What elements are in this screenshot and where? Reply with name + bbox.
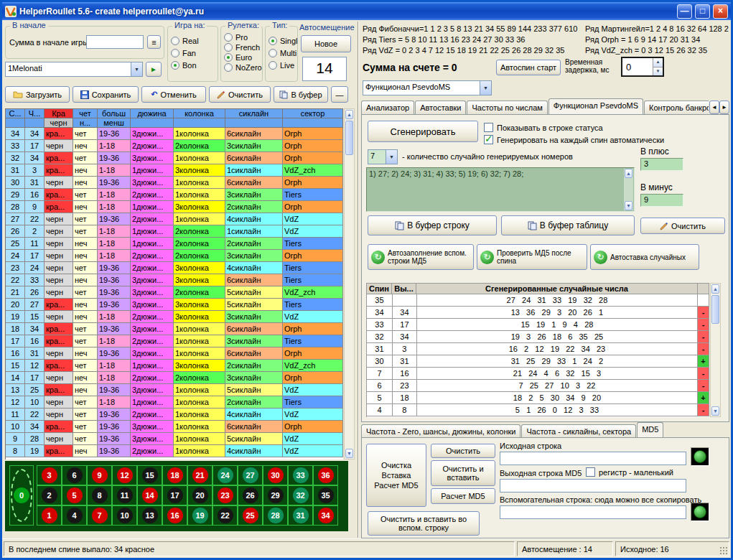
roulette-number-31[interactable]: 31: [288, 505, 313, 526]
roulette-number-25[interactable]: 25: [238, 505, 263, 526]
roulette-number-9[interactable]: 9: [87, 465, 112, 485]
roulette-number-2[interactable]: 2: [37, 485, 62, 505]
output-string-input[interactable]: [500, 479, 686, 493]
roulette-number-36[interactable]: 36: [313, 465, 338, 485]
history-row[interactable]: 313кра...неч1-181дюжи...3колонка1сиклайн…: [6, 164, 343, 177]
spin-row[interactable]: 3527 24 31 33 19 32 28: [367, 294, 709, 307]
spin-row[interactable]: 71621 24 4 6 32 15 3-: [367, 368, 709, 380]
roulette-number-20[interactable]: 20: [187, 485, 213, 505]
count-combobox[interactable]: 7 ▼: [368, 149, 398, 164]
play-button[interactable]: ►: [146, 62, 162, 77]
scroll-down-icon[interactable]: ▼: [345, 449, 353, 458]
history-row[interactable]: 2233черннеч19-363дюжи...3колонка6сиклайн…: [6, 274, 343, 286]
md5-big-button[interactable]: Очистка Вставка Расчет MD5: [366, 444, 426, 507]
md5-source-action-button[interactable]: [691, 447, 709, 466]
history-row[interactable]: 1325кра...неч19-363дюжи...1колонка5сикла…: [6, 384, 343, 396]
history-row[interactable]: 3234кра...чет19-363дюжи...1колонка6сикла…: [6, 152, 343, 164]
checkbox-show-status[interactable]: Показывать в строке статуса: [484, 123, 603, 132]
history-row[interactable]: 1122чернчет19-362дюжи...1колонка4сиклайн…: [6, 409, 343, 421]
roulette-number-17[interactable]: 17: [162, 485, 187, 505]
generate-button[interactable]: Сгенерировать: [368, 121, 478, 142]
history-row[interactable]: 819кра...неч19-362дюжи...1колонка4сиклай…: [6, 445, 343, 457]
generated-numbers-area[interactable]: 1) 27; 2) 24; 3) 31; 4) 33; 5) 19; 6) 32…: [366, 167, 635, 212]
spin-row[interactable]: 303131 25 29 33 1 24 2+: [367, 355, 709, 368]
radio-nozero[interactable]: NoZero: [224, 63, 259, 72]
md5-clear-button[interactable]: Очистить: [431, 444, 495, 458]
history-row[interactable]: 1034кра...чет19-363дюжи...1колонка6сикла…: [6, 421, 343, 433]
scroll-down-icon[interactable]: ▼: [625, 201, 632, 210]
start-sum-input[interactable]: [86, 35, 144, 49]
clear-button[interactable]: Очистить: [209, 86, 271, 103]
save-button[interactable]: Сохранить: [73, 86, 139, 103]
roulette-number-28[interactable]: 28: [263, 505, 288, 526]
spinner-up-icon[interactable]: ▲: [653, 58, 663, 67]
roulette-number-19[interactable]: 19: [187, 505, 213, 526]
md5-bottom-button[interactable]: Очистить и вставить во вспом. строку: [368, 511, 480, 536]
history-row[interactable]: 3317черннеч1-182дюжи...2колонка3сиклайнO…: [6, 140, 343, 152]
autofill-md5-button[interactable]: ↻ Автозаполнение вспом. строки МД5: [368, 244, 474, 270]
tab-md5[interactable]: MD5: [637, 422, 663, 438]
history-row[interactable]: 2324чернчет19-362дюжи...3колонка4сиклайн…: [6, 262, 343, 274]
history-row[interactable]: 1834кра...чет19-363дюжи...1колонка6сикла…: [6, 323, 343, 335]
scroll-up-icon[interactable]: ▲: [345, 110, 353, 119]
roulette-number-16[interactable]: 16: [162, 505, 187, 526]
radio-french[interactable]: French: [224, 43, 259, 52]
tab-scroll-left-button[interactable]: ◄: [709, 101, 719, 114]
history-row[interactable]: 1631черннеч19-363дюжи...1колонка6сиклайн…: [6, 347, 343, 360]
roulette-number-34[interactable]: 34: [313, 505, 338, 526]
roulette-number-3[interactable]: 3: [37, 465, 62, 485]
radio-live[interactable]: Live: [269, 61, 294, 70]
history-row[interactable]: 2126чернчет19-363дюжи...2колонка5сиклайн…: [6, 286, 343, 299]
system-combobox[interactable]: 1Melonati ▼: [5, 62, 143, 77]
history-row[interactable]: 2722чернчет19-362дюжи...1колонка4сиклайн…: [6, 213, 343, 225]
copy-table-button[interactable]: В буфер таблицу: [501, 215, 635, 235]
autobet-random-button[interactable]: ↻ Автоставка случайных: [590, 244, 699, 270]
radio-fan[interactable]: Fan: [171, 49, 215, 57]
load-button[interactable]: Загрузить: [5, 86, 70, 103]
roulette-zero[interactable]: 0: [9, 465, 34, 526]
menu-small-button[interactable]: ≡: [147, 35, 161, 49]
spin-row[interactable]: 31316 2 12 19 22 34 23-: [367, 343, 709, 355]
tab-pseudoms[interactable]: Функционал PsevdoMS: [548, 98, 643, 114]
tab-freq-sixline[interactable]: Частота - сиклайны, сектора: [521, 424, 636, 438]
spin-row[interactable]: 323419 3 26 18 6 35 25-: [367, 331, 709, 343]
history-scrollbar[interactable]: ▲ ▼: [344, 108, 355, 459]
radio-singl[interactable]: Singl: [269, 37, 294, 45]
roulette-number-21[interactable]: 21: [187, 465, 213, 485]
md5-helper-action-button[interactable]: [691, 503, 709, 521]
roulette-number-11[interactable]: 11: [112, 485, 137, 505]
spin-row[interactable]: 51818 2 5 30 34 9 20+: [367, 392, 709, 404]
radio-real[interactable]: Real: [171, 37, 215, 45]
md5-clear-paste-button[interactable]: Очистить и вставить: [431, 460, 495, 486]
close-button[interactable]: ×: [713, 4, 728, 19]
roulette-number-12[interactable]: 12: [112, 465, 137, 485]
roulette-number-32[interactable]: 32: [288, 485, 313, 505]
chevron-down-icon[interactable]: ▼: [131, 62, 142, 76]
md5-calc-button[interactable]: Расчет MD5: [431, 488, 495, 504]
roulette-number-26[interactable]: 26: [238, 485, 263, 505]
scroll-thumb[interactable]: [345, 121, 353, 155]
roulette-number-22[interactable]: 22: [213, 505, 238, 526]
check-md5-button[interactable]: ↻ Проверить МД5 после спина: [477, 244, 587, 270]
history-row[interactable]: 1210чернчет1-181дюжи...1колонка2сиклайнT…: [6, 396, 343, 409]
history-row[interactable]: 1417черннеч1-182дюжи...2колонка3сиклайнO…: [6, 372, 343, 384]
roulette-number-29[interactable]: 29: [263, 485, 288, 505]
history-row[interactable]: 2511черннеч1-181дюжи...2колонка2сиклайнT…: [6, 238, 343, 250]
scroll-up-icon[interactable]: ▲: [711, 284, 719, 294]
delay-spinner[interactable]: 0 ▲ ▼: [621, 57, 664, 77]
history-row[interactable]: 3434кра...чет19-363дюжи...1колонка6сикла…: [6, 128, 343, 140]
roulette-number-7[interactable]: 7: [87, 505, 112, 526]
roulette-number-30[interactable]: 30: [263, 465, 288, 485]
roulette-number-27[interactable]: 27: [238, 465, 263, 485]
history-row[interactable]: 1915черннеч1-182дюжи...3колонка3сиклайнV…: [6, 311, 343, 323]
roulette-number-8[interactable]: 8: [87, 485, 112, 505]
radio-pro[interactable]: Pro: [224, 33, 259, 42]
spin-row[interactable]: 485 1 26 0 12 3 33-: [367, 404, 709, 416]
minimize-button[interactable]: —: [677, 4, 692, 19]
copy-row-button[interactable]: В буфер строку: [368, 215, 497, 235]
roulette-number-23[interactable]: 23: [213, 485, 238, 505]
history-row[interactable]: 1716кра...чет1-182дюжи...1колонка3сиклай…: [6, 335, 343, 347]
chevron-down-icon[interactable]: ▼: [386, 150, 397, 164]
clear-generated-button[interactable]: Очистить: [640, 218, 725, 234]
roulette-number-18[interactable]: 18: [162, 465, 187, 485]
